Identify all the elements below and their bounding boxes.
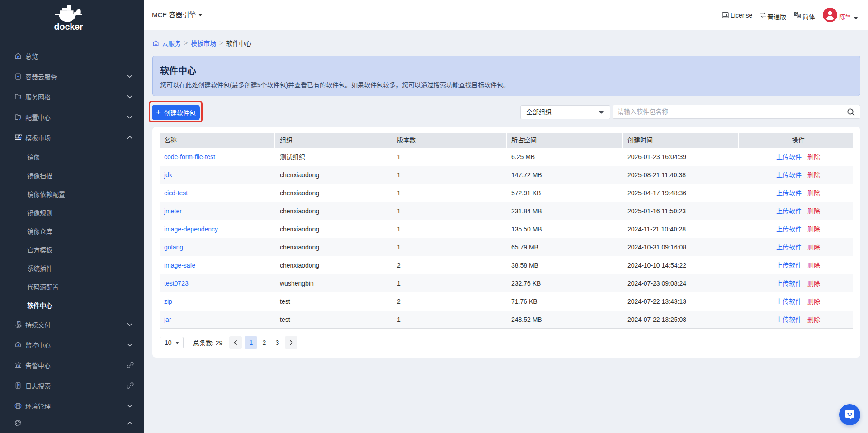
svg-text:A: A xyxy=(798,14,800,18)
svg-text:docker: docker xyxy=(54,22,83,31)
